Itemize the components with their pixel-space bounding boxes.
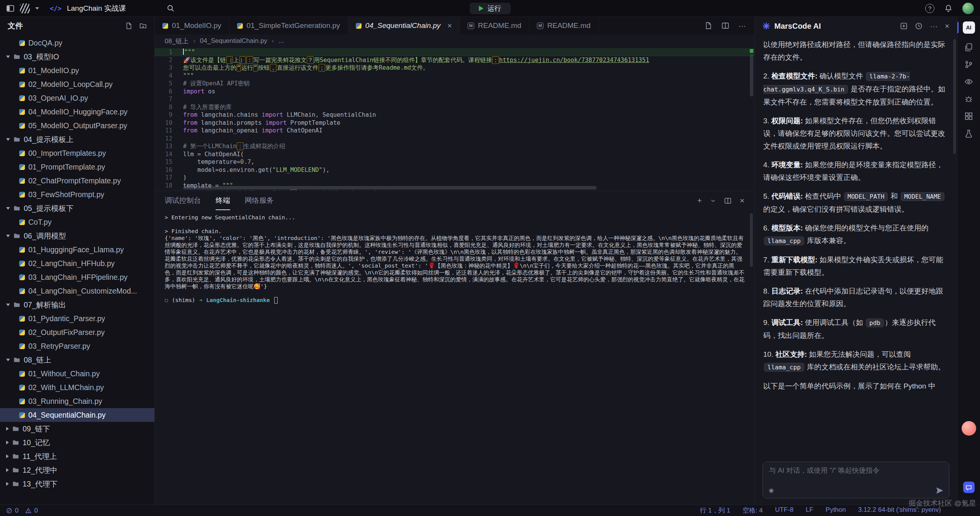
ai-chat-input[interactable]: [769, 467, 943, 475]
code-line[interactable]: 15 temperature=0.7,: [155, 158, 754, 166]
tree-file-item[interactable]: 03_Running_Chain.py: [0, 394, 154, 408]
close-ai-panel-icon[interactable]: ×: [945, 22, 949, 31]
tree-file-item[interactable]: 00_ImportTemplates.py: [0, 146, 154, 160]
tree-folder-item[interactable]: 05_提示模板下: [0, 201, 154, 215]
test-flask-icon[interactable]: [964, 129, 973, 138]
status-item[interactable]: 行 1，列 1: [700, 506, 730, 515]
tree-file-item[interactable]: 04_LangChain_CustomizeMod...: [0, 284, 154, 298]
code-line[interactable]: 6import os: [155, 88, 754, 96]
history-icon[interactable]: [915, 22, 923, 30]
promo-badge[interactable]: [962, 421, 976, 436]
more-actions-icon[interactable]: ···: [738, 21, 746, 30]
breadcrumb-item[interactable]: 08_链上: [165, 37, 188, 46]
new-folder-icon[interactable]: [139, 22, 147, 29]
tree-file-item[interactable]: 02_LangChain_HFHub.py: [0, 256, 154, 270]
tree-file-item[interactable]: 03_OpenAI_IO.py: [0, 91, 154, 105]
new-terminal-icon[interactable]: +: [697, 196, 702, 205]
ai-panel-scrollbar[interactable]: [953, 39, 956, 154]
code-line[interactable]: 13# 第一个LLMChain：生成鲜花的介绍: [155, 142, 754, 150]
more-options-icon[interactable]: ···: [930, 22, 937, 31]
source-control-icon[interactable]: [964, 60, 973, 69]
tree-file-item[interactable]: 03_FewShotPrompt.py: [0, 188, 154, 201]
status-item[interactable]: Python: [826, 506, 846, 515]
code-line[interactable]: 7: [155, 95, 754, 103]
code-editor[interactable]: 1"""2🚀该文件是【链（上）：写一篇完美鲜花推文？用SequentialCha…: [155, 47, 754, 191]
open-preview-icon[interactable]: [705, 22, 712, 29]
new-chat-icon[interactable]: [900, 22, 908, 30]
panel-tab[interactable]: 调试控制台: [165, 191, 201, 210]
status-item[interactable]: 空格: 4: [743, 506, 763, 515]
help-icon[interactable]: ?: [925, 4, 934, 13]
close-panel-icon[interactable]: ×: [740, 196, 744, 205]
terminal[interactable]: > Entering new SequentialChain chain...>…: [155, 210, 754, 505]
breadcrumb-item[interactable]: 04_SequentialChain.py: [200, 37, 267, 45]
split-terminal-icon[interactable]: [724, 197, 731, 204]
code-line[interactable]: 4""": [155, 72, 754, 80]
tree-file-item[interactable]: 01_PromptTemplate.py: [0, 160, 154, 174]
app-logo[interactable]: [20, 3, 30, 13]
code-line[interactable]: 16 model=os.environ.get("LLM_MODELEND"),: [155, 166, 754, 174]
tree-folder-item[interactable]: 03_模型IO: [0, 50, 154, 64]
code-line[interactable]: 17): [155, 174, 754, 182]
editor-vertical-scrollbar[interactable]: [750, 54, 753, 96]
tree-file-item[interactable]: 02_OutputFixParser.py: [0, 325, 154, 339]
tree-folder-item[interactable]: 08_链上: [0, 353, 154, 367]
editor-tab[interactable]: MREADME.md: [460, 17, 529, 34]
editor-tab[interactable]: 01_SimpleTextGeneration.py: [229, 17, 348, 34]
new-file-icon[interactable]: [125, 22, 133, 29]
project-title[interactable]: LangChain 实战课: [67, 3, 126, 13]
tree-folder-item[interactable]: 07_解析输出: [0, 298, 154, 312]
tree-folder-item[interactable]: 04_提示模板上: [0, 132, 154, 146]
code-line[interactable]: 12: [155, 135, 754, 143]
tree-file-item[interactable]: 01_Without_Chain.py: [0, 367, 154, 380]
tree-folder-item[interactable]: 09_链下: [0, 422, 154, 436]
tree-file-item[interactable]: 02_ChatPromptTemplate.py: [0, 174, 154, 188]
tree-file-item[interactable]: 02_With_LLMChain.py: [0, 380, 154, 394]
code-line[interactable]: 2🚀该文件是【链（上）：写一篇完美鲜花推文？用SequentialChain链接…: [155, 56, 754, 64]
editor-tab[interactable]: 01_ModelIO.py: [155, 17, 229, 34]
debug-bug-icon[interactable]: [964, 95, 973, 103]
terminal-scrollbar[interactable]: [750, 213, 753, 267]
code-line[interactable]: 9from langchain.chains import LLMChain, …: [155, 111, 754, 119]
user-avatar[interactable]: [962, 3, 974, 14]
editor-horizontal-scrollbar[interactable]: [183, 186, 597, 189]
chat-launcher-icon[interactable]: [963, 482, 975, 493]
close-tab-icon[interactable]: ×: [447, 22, 452, 29]
files-icon[interactable]: [964, 43, 973, 52]
tree-folder-item[interactable]: 13_代理下: [0, 477, 154, 491]
status-item[interactable]: UTF-8: [775, 506, 793, 515]
tree-file-item[interactable]: 04_ModelIO_HuggingFace.py: [0, 105, 154, 119]
tree-folder-item[interactable]: 10_记忆: [0, 436, 154, 449]
code-line[interactable]: 3您可以点击最上方的“运行”按钮，直接运行该文件；更多操作指引请参考Readme…: [155, 64, 754, 72]
tree-file-item[interactable]: 05_ModelIO_OutputParser.py: [0, 119, 154, 132]
editor-tab[interactable]: 04_SequentialChain.py×: [348, 17, 460, 34]
tree-folder-item[interactable]: 06_调用模型: [0, 229, 154, 243]
extensions-grid-icon[interactable]: [964, 112, 973, 121]
tree-file-item[interactable]: 01_Pydantic_Parser.py: [0, 312, 154, 325]
toggle-sidebar-icon[interactable]: [6, 4, 15, 13]
code-line[interactable]: 10from langchain.prompts import PromptTe…: [155, 119, 754, 127]
chevron-down-icon[interactable]: [35, 7, 39, 10]
tree-file-item[interactable]: 01_HugggingFace_Llama.py: [0, 243, 154, 256]
tree-file-item[interactable]: 02_ModelIO_LoopCall.py: [0, 77, 154, 91]
status-item[interactable]: LF: [806, 506, 813, 515]
problems-warnings[interactable]: 0: [25, 507, 38, 514]
preview-eye-icon[interactable]: [964, 77, 973, 86]
problems-errors[interactable]: 0: [6, 507, 18, 514]
tree-file-item[interactable]: 03_LangChain_HFPipeline.py: [0, 270, 154, 284]
breadcrumb-item[interactable]: ...: [279, 37, 284, 45]
ai-input-box[interactable]: [762, 462, 949, 498]
code-line[interactable]: 14llm = ChatOpenAI(: [155, 150, 754, 158]
split-editor-icon[interactable]: [722, 22, 729, 29]
marscode-ai-badge-icon[interactable]: AI: [963, 21, 975, 34]
code-line[interactable]: 11from langchain_openai import ChatOpenA…: [155, 127, 754, 135]
terminal-dropdown-icon[interactable]: [710, 198, 716, 203]
code-line[interactable]: 8# 导入所需要的库: [155, 103, 754, 111]
tree-folder-item[interactable]: 12_代理中: [0, 463, 154, 477]
breadcrumb[interactable]: 08_链上›04_SequentialChain.py›...: [155, 34, 754, 47]
tree-folder-item[interactable]: 11_代理上: [0, 449, 154, 463]
tree-file-item[interactable]: CoT.py: [0, 215, 154, 229]
code-line[interactable]: 5# 设置OpenAI API密钥: [155, 80, 754, 88]
code-line[interactable]: 1""": [155, 48, 754, 56]
panel-tab[interactable]: 终端: [216, 191, 230, 210]
